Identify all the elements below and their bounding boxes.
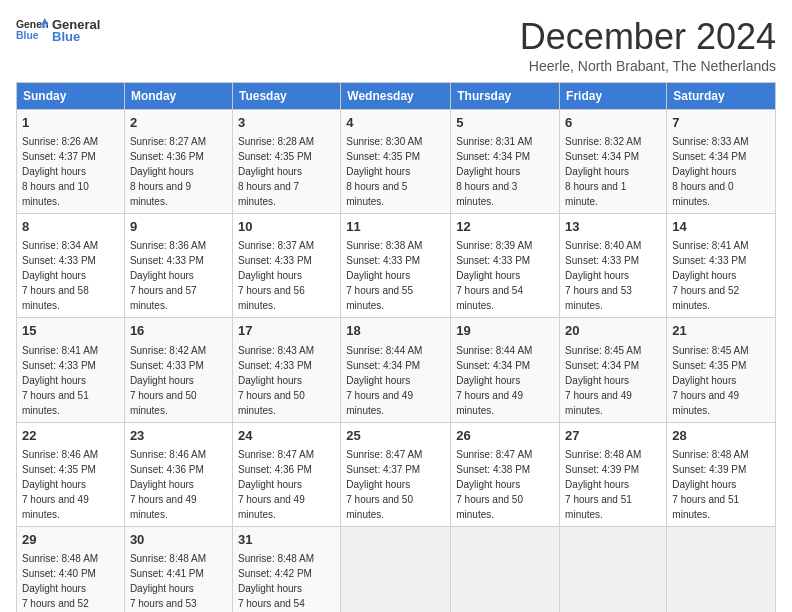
day-info: Sunrise: 8:47 AMSunset: 4:38 PMDaylight … — [456, 449, 532, 520]
day-info: Sunrise: 8:45 AMSunset: 4:34 PMDaylight … — [565, 345, 641, 416]
calendar-cell: 7Sunrise: 8:33 AMSunset: 4:34 PMDaylight… — [667, 110, 776, 214]
day-number: 28 — [672, 427, 770, 445]
day-info: Sunrise: 8:31 AMSunset: 4:34 PMDaylight … — [456, 136, 532, 207]
title-section: December 2024 Heerle, North Brabant, The… — [520, 16, 776, 74]
day-number: 4 — [346, 114, 445, 132]
calendar-cell: 27Sunrise: 8:48 AMSunset: 4:39 PMDayligh… — [560, 422, 667, 526]
calendar-cell — [667, 526, 776, 612]
day-number: 20 — [565, 322, 661, 340]
day-info: Sunrise: 8:40 AMSunset: 4:33 PMDaylight … — [565, 240, 641, 311]
day-number: 5 — [456, 114, 554, 132]
calendar-cell: 26Sunrise: 8:47 AMSunset: 4:38 PMDayligh… — [451, 422, 560, 526]
day-info: Sunrise: 8:38 AMSunset: 4:33 PMDaylight … — [346, 240, 422, 311]
calendar-cell — [451, 526, 560, 612]
calendar-cell: 15Sunrise: 8:41 AMSunset: 4:33 PMDayligh… — [17, 318, 125, 422]
svg-text:Blue: Blue — [16, 30, 39, 41]
weekday-header-friday: Friday — [560, 83, 667, 110]
day-info: Sunrise: 8:48 AMSunset: 4:40 PMDaylight … — [22, 553, 98, 612]
day-number: 23 — [130, 427, 227, 445]
day-info: Sunrise: 8:46 AMSunset: 4:36 PMDaylight … — [130, 449, 206, 520]
day-info: Sunrise: 8:37 AMSunset: 4:33 PMDaylight … — [238, 240, 314, 311]
calendar-cell: 11Sunrise: 8:38 AMSunset: 4:33 PMDayligh… — [341, 214, 451, 318]
day-number: 11 — [346, 218, 445, 236]
day-info: Sunrise: 8:47 AMSunset: 4:36 PMDaylight … — [238, 449, 314, 520]
day-info: Sunrise: 8:42 AMSunset: 4:33 PMDaylight … — [130, 345, 206, 416]
calendar-cell — [560, 526, 667, 612]
day-number: 16 — [130, 322, 227, 340]
day-info: Sunrise: 8:45 AMSunset: 4:35 PMDaylight … — [672, 345, 748, 416]
day-number: 19 — [456, 322, 554, 340]
week-row-4: 22Sunrise: 8:46 AMSunset: 4:35 PMDayligh… — [17, 422, 776, 526]
day-number: 13 — [565, 218, 661, 236]
day-number: 14 — [672, 218, 770, 236]
day-number: 25 — [346, 427, 445, 445]
calendar-cell: 16Sunrise: 8:42 AMSunset: 4:33 PMDayligh… — [124, 318, 232, 422]
day-number: 27 — [565, 427, 661, 445]
day-info: Sunrise: 8:30 AMSunset: 4:35 PMDaylight … — [346, 136, 422, 207]
calendar-cell: 9Sunrise: 8:36 AMSunset: 4:33 PMDaylight… — [124, 214, 232, 318]
day-number: 2 — [130, 114, 227, 132]
day-number: 26 — [456, 427, 554, 445]
calendar-cell: 20Sunrise: 8:45 AMSunset: 4:34 PMDayligh… — [560, 318, 667, 422]
day-number: 7 — [672, 114, 770, 132]
day-info: Sunrise: 8:47 AMSunset: 4:37 PMDaylight … — [346, 449, 422, 520]
calendar-cell: 14Sunrise: 8:41 AMSunset: 4:33 PMDayligh… — [667, 214, 776, 318]
day-number: 18 — [346, 322, 445, 340]
day-info: Sunrise: 8:44 AMSunset: 4:34 PMDaylight … — [456, 345, 532, 416]
calendar-cell: 10Sunrise: 8:37 AMSunset: 4:33 PMDayligh… — [232, 214, 340, 318]
calendar-cell: 31Sunrise: 8:48 AMSunset: 4:42 PMDayligh… — [232, 526, 340, 612]
day-number: 1 — [22, 114, 119, 132]
calendar-cell — [341, 526, 451, 612]
calendar-cell: 17Sunrise: 8:43 AMSunset: 4:33 PMDayligh… — [232, 318, 340, 422]
week-row-3: 15Sunrise: 8:41 AMSunset: 4:33 PMDayligh… — [17, 318, 776, 422]
day-number: 24 — [238, 427, 335, 445]
weekday-header-monday: Monday — [124, 83, 232, 110]
week-row-1: 1Sunrise: 8:26 AMSunset: 4:37 PMDaylight… — [17, 110, 776, 214]
calendar-cell: 23Sunrise: 8:46 AMSunset: 4:36 PMDayligh… — [124, 422, 232, 526]
weekday-header-tuesday: Tuesday — [232, 83, 340, 110]
calendar-cell: 8Sunrise: 8:34 AMSunset: 4:33 PMDaylight… — [17, 214, 125, 318]
day-info: Sunrise: 8:46 AMSunset: 4:35 PMDaylight … — [22, 449, 98, 520]
day-info: Sunrise: 8:48 AMSunset: 4:39 PMDaylight … — [565, 449, 641, 520]
day-number: 12 — [456, 218, 554, 236]
day-number: 22 — [22, 427, 119, 445]
day-number: 8 — [22, 218, 119, 236]
day-number: 31 — [238, 531, 335, 549]
day-info: Sunrise: 8:33 AMSunset: 4:34 PMDaylight … — [672, 136, 748, 207]
header: General Blue General Blue December 2024 … — [16, 16, 776, 74]
weekday-header-saturday: Saturday — [667, 83, 776, 110]
calendar-cell: 3Sunrise: 8:28 AMSunset: 4:35 PMDaylight… — [232, 110, 340, 214]
day-number: 17 — [238, 322, 335, 340]
calendar-cell: 22Sunrise: 8:46 AMSunset: 4:35 PMDayligh… — [17, 422, 125, 526]
calendar-cell: 29Sunrise: 8:48 AMSunset: 4:40 PMDayligh… — [17, 526, 125, 612]
day-info: Sunrise: 8:27 AMSunset: 4:36 PMDaylight … — [130, 136, 206, 207]
day-info: Sunrise: 8:48 AMSunset: 4:41 PMDaylight … — [130, 553, 206, 612]
calendar-cell: 19Sunrise: 8:44 AMSunset: 4:34 PMDayligh… — [451, 318, 560, 422]
week-row-5: 29Sunrise: 8:48 AMSunset: 4:40 PMDayligh… — [17, 526, 776, 612]
calendar-cell: 28Sunrise: 8:48 AMSunset: 4:39 PMDayligh… — [667, 422, 776, 526]
calendar-cell: 5Sunrise: 8:31 AMSunset: 4:34 PMDaylight… — [451, 110, 560, 214]
calendar-cell: 30Sunrise: 8:48 AMSunset: 4:41 PMDayligh… — [124, 526, 232, 612]
day-info: Sunrise: 8:41 AMSunset: 4:33 PMDaylight … — [672, 240, 748, 311]
calendar-cell: 6Sunrise: 8:32 AMSunset: 4:34 PMDaylight… — [560, 110, 667, 214]
calendar-cell: 25Sunrise: 8:47 AMSunset: 4:37 PMDayligh… — [341, 422, 451, 526]
day-info: Sunrise: 8:48 AMSunset: 4:39 PMDaylight … — [672, 449, 748, 520]
day-info: Sunrise: 8:32 AMSunset: 4:34 PMDaylight … — [565, 136, 641, 207]
calendar-cell: 18Sunrise: 8:44 AMSunset: 4:34 PMDayligh… — [341, 318, 451, 422]
month-title: December 2024 — [520, 16, 776, 58]
calendar-table: SundayMondayTuesdayWednesdayThursdayFrid… — [16, 82, 776, 612]
weekday-header-row: SundayMondayTuesdayWednesdayThursdayFrid… — [17, 83, 776, 110]
calendar-cell: 1Sunrise: 8:26 AMSunset: 4:37 PMDaylight… — [17, 110, 125, 214]
day-info: Sunrise: 8:43 AMSunset: 4:33 PMDaylight … — [238, 345, 314, 416]
calendar-cell: 13Sunrise: 8:40 AMSunset: 4:33 PMDayligh… — [560, 214, 667, 318]
calendar-cell: 12Sunrise: 8:39 AMSunset: 4:33 PMDayligh… — [451, 214, 560, 318]
day-info: Sunrise: 8:48 AMSunset: 4:42 PMDaylight … — [238, 553, 314, 612]
weekday-header-wednesday: Wednesday — [341, 83, 451, 110]
day-number: 9 — [130, 218, 227, 236]
day-number: 15 — [22, 322, 119, 340]
logo: General Blue General Blue — [16, 16, 100, 44]
weekday-header-thursday: Thursday — [451, 83, 560, 110]
day-info: Sunrise: 8:36 AMSunset: 4:33 PMDaylight … — [130, 240, 206, 311]
day-info: Sunrise: 8:26 AMSunset: 4:37 PMDaylight … — [22, 136, 98, 207]
day-number: 30 — [130, 531, 227, 549]
